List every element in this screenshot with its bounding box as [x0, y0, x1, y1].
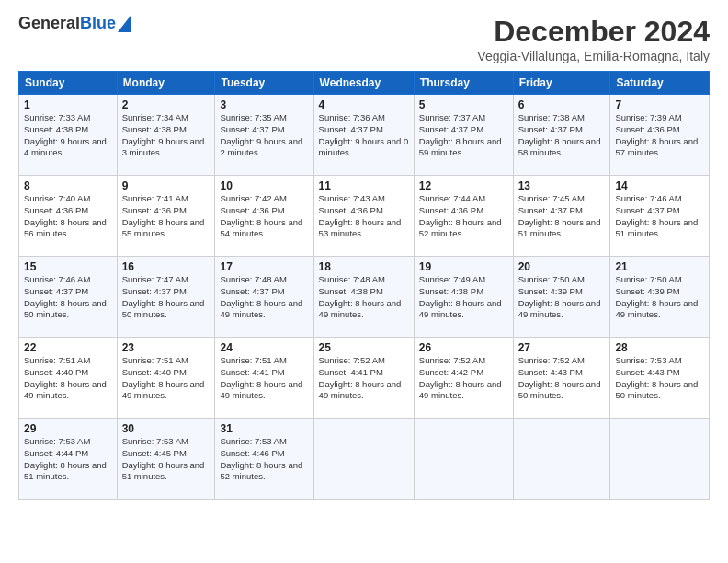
- day-info: Sunrise: 7:52 AMSunset: 4:43 PMDaylight:…: [518, 355, 606, 402]
- day-info: Sunrise: 7:50 AMSunset: 4:39 PMDaylight:…: [615, 274, 704, 321]
- header-row: SundayMondayTuesdayWednesdayThursdayFrid…: [19, 72, 710, 95]
- calendar-cell: 27Sunrise: 7:52 AMSunset: 4:43 PMDayligh…: [513, 338, 610, 419]
- day-info: Sunrise: 7:46 AMSunset: 4:37 PMDaylight:…: [24, 274, 112, 321]
- calendar-cell: 6Sunrise: 7:38 AMSunset: 4:37 PMDaylight…: [513, 95, 610, 176]
- day-number: 14: [615, 179, 704, 192]
- day-info: Sunrise: 7:53 AMSunset: 4:46 PMDaylight:…: [220, 436, 308, 483]
- calendar-cell: 9Sunrise: 7:41 AMSunset: 4:36 PMDaylight…: [117, 176, 215, 257]
- calendar-cell: 12Sunrise: 7:44 AMSunset: 4:36 PMDayligh…: [414, 176, 513, 257]
- day-info: Sunrise: 7:50 AMSunset: 4:39 PMDaylight:…: [518, 274, 606, 321]
- calendar-cell: 11Sunrise: 7:43 AMSunset: 4:36 PMDayligh…: [313, 176, 414, 257]
- week-row-4: 22Sunrise: 7:51 AMSunset: 4:40 PMDayligh…: [19, 338, 710, 419]
- calendar-cell: [313, 419, 414, 500]
- day-number: 26: [419, 341, 508, 354]
- logo-general-text: GeneralBlue: [18, 15, 116, 33]
- day-info: Sunrise: 7:52 AMSunset: 4:41 PMDaylight:…: [319, 355, 409, 402]
- day-number: 28: [615, 341, 704, 354]
- calendar-cell: 1Sunrise: 7:33 AMSunset: 4:38 PMDaylight…: [19, 95, 118, 176]
- calendar-cell: 7Sunrise: 7:39 AMSunset: 4:36 PMDaylight…: [610, 95, 710, 176]
- calendar-cell: 8Sunrise: 7:40 AMSunset: 4:36 PMDaylight…: [19, 176, 118, 257]
- header: GeneralBlue December 2024 Veggia-Villalu…: [18, 15, 710, 63]
- day-info: Sunrise: 7:45 AMSunset: 4:37 PMDaylight:…: [518, 193, 606, 240]
- day-info: Sunrise: 7:41 AMSunset: 4:36 PMDaylight:…: [122, 193, 210, 240]
- day-number: 29: [24, 422, 112, 435]
- day-info: Sunrise: 7:48 AMSunset: 4:37 PMDaylight:…: [220, 274, 308, 321]
- day-info: Sunrise: 7:39 AMSunset: 4:36 PMDaylight:…: [615, 112, 704, 159]
- calendar-cell: 18Sunrise: 7:48 AMSunset: 4:38 PMDayligh…: [313, 257, 414, 338]
- day-number: 9: [122, 179, 210, 192]
- calendar-cell: 28Sunrise: 7:53 AMSunset: 4:43 PMDayligh…: [610, 338, 710, 419]
- calendar-cell: 4Sunrise: 7:36 AMSunset: 4:37 PMDaylight…: [313, 95, 414, 176]
- day-number: 13: [518, 179, 606, 192]
- page: GeneralBlue December 2024 Veggia-Villalu…: [0, 0, 728, 563]
- day-info: Sunrise: 7:51 AMSunset: 4:41 PMDaylight:…: [220, 355, 308, 402]
- day-info: Sunrise: 7:35 AMSunset: 4:37 PMDaylight:…: [220, 112, 308, 159]
- header-cell-wednesday: Wednesday: [313, 72, 414, 95]
- title-area: December 2024 Veggia-Villalunga, Emilia-…: [477, 15, 710, 63]
- calendar-cell: 3Sunrise: 7:35 AMSunset: 4:37 PMDaylight…: [215, 95, 313, 176]
- header-cell-tuesday: Tuesday: [215, 72, 313, 95]
- header-cell-monday: Monday: [117, 72, 215, 95]
- day-number: 23: [122, 341, 210, 354]
- calendar-cell: [610, 419, 710, 500]
- day-info: Sunrise: 7:33 AMSunset: 4:38 PMDaylight:…: [24, 112, 112, 159]
- day-number: 8: [24, 179, 112, 192]
- calendar-cell: 19Sunrise: 7:49 AMSunset: 4:38 PMDayligh…: [414, 257, 513, 338]
- day-info: Sunrise: 7:34 AMSunset: 4:38 PMDaylight:…: [122, 112, 210, 159]
- day-info: Sunrise: 7:53 AMSunset: 4:43 PMDaylight:…: [615, 355, 704, 402]
- calendar-cell: 2Sunrise: 7:34 AMSunset: 4:38 PMDaylight…: [117, 95, 215, 176]
- header-cell-thursday: Thursday: [414, 72, 513, 95]
- week-row-1: 1Sunrise: 7:33 AMSunset: 4:38 PMDaylight…: [19, 95, 710, 176]
- day-number: 12: [419, 179, 508, 192]
- day-info: Sunrise: 7:42 AMSunset: 4:36 PMDaylight:…: [220, 193, 308, 240]
- header-cell-sunday: Sunday: [19, 72, 118, 95]
- calendar-cell: 31Sunrise: 7:53 AMSunset: 4:46 PMDayligh…: [215, 419, 313, 500]
- calendar-cell: 10Sunrise: 7:42 AMSunset: 4:36 PMDayligh…: [215, 176, 313, 257]
- day-info: Sunrise: 7:47 AMSunset: 4:37 PMDaylight:…: [122, 274, 210, 321]
- calendar-cell: 17Sunrise: 7:48 AMSunset: 4:37 PMDayligh…: [215, 257, 313, 338]
- day-info: Sunrise: 7:51 AMSunset: 4:40 PMDaylight:…: [24, 355, 112, 402]
- day-number: 4: [319, 98, 409, 111]
- calendar-cell: 29Sunrise: 7:53 AMSunset: 4:44 PMDayligh…: [19, 419, 118, 500]
- day-number: 7: [615, 98, 704, 111]
- calendar-cell: 26Sunrise: 7:52 AMSunset: 4:42 PMDayligh…: [414, 338, 513, 419]
- day-number: 6: [518, 98, 606, 111]
- calendar-cell: [513, 419, 610, 500]
- logo: GeneralBlue: [18, 15, 131, 33]
- header-cell-friday: Friday: [513, 72, 610, 95]
- day-number: 2: [122, 98, 210, 111]
- day-info: Sunrise: 7:53 AMSunset: 4:45 PMDaylight:…: [122, 436, 210, 483]
- day-number: 27: [518, 341, 606, 354]
- calendar-table: SundayMondayTuesdayWednesdayThursdayFrid…: [18, 71, 710, 500]
- calendar-cell: [414, 419, 513, 500]
- calendar-cell: 13Sunrise: 7:45 AMSunset: 4:37 PMDayligh…: [513, 176, 610, 257]
- day-number: 3: [220, 98, 308, 111]
- day-info: Sunrise: 7:44 AMSunset: 4:36 PMDaylight:…: [419, 193, 508, 240]
- calendar-cell: 24Sunrise: 7:51 AMSunset: 4:41 PMDayligh…: [215, 338, 313, 419]
- calendar-cell: 5Sunrise: 7:37 AMSunset: 4:37 PMDaylight…: [414, 95, 513, 176]
- day-info: Sunrise: 7:52 AMSunset: 4:42 PMDaylight:…: [419, 355, 508, 402]
- day-number: 20: [518, 260, 606, 273]
- day-number: 17: [220, 260, 308, 273]
- day-number: 18: [319, 260, 409, 273]
- calendar-cell: 23Sunrise: 7:51 AMSunset: 4:40 PMDayligh…: [117, 338, 215, 419]
- day-info: Sunrise: 7:48 AMSunset: 4:38 PMDaylight:…: [319, 274, 409, 321]
- day-number: 16: [122, 260, 210, 273]
- day-info: Sunrise: 7:43 AMSunset: 4:36 PMDaylight:…: [319, 193, 409, 240]
- calendar-cell: 25Sunrise: 7:52 AMSunset: 4:41 PMDayligh…: [313, 338, 414, 419]
- day-info: Sunrise: 7:38 AMSunset: 4:37 PMDaylight:…: [518, 112, 606, 159]
- day-number: 22: [24, 341, 112, 354]
- logo-triangle-icon: [118, 16, 131, 32]
- week-row-5: 29Sunrise: 7:53 AMSunset: 4:44 PMDayligh…: [19, 419, 710, 500]
- calendar-header: SundayMondayTuesdayWednesdayThursdayFrid…: [19, 72, 710, 95]
- day-number: 21: [615, 260, 704, 273]
- calendar-cell: 22Sunrise: 7:51 AMSunset: 4:40 PMDayligh…: [19, 338, 118, 419]
- calendar-cell: 14Sunrise: 7:46 AMSunset: 4:37 PMDayligh…: [610, 176, 710, 257]
- day-info: Sunrise: 7:36 AMSunset: 4:37 PMDaylight:…: [319, 112, 409, 159]
- calendar-body: 1Sunrise: 7:33 AMSunset: 4:38 PMDaylight…: [19, 95, 710, 500]
- day-number: 5: [419, 98, 508, 111]
- day-number: 15: [24, 260, 112, 273]
- day-number: 1: [24, 98, 112, 111]
- calendar-cell: 30Sunrise: 7:53 AMSunset: 4:45 PMDayligh…: [117, 419, 215, 500]
- calendar-cell: 15Sunrise: 7:46 AMSunset: 4:37 PMDayligh…: [19, 257, 118, 338]
